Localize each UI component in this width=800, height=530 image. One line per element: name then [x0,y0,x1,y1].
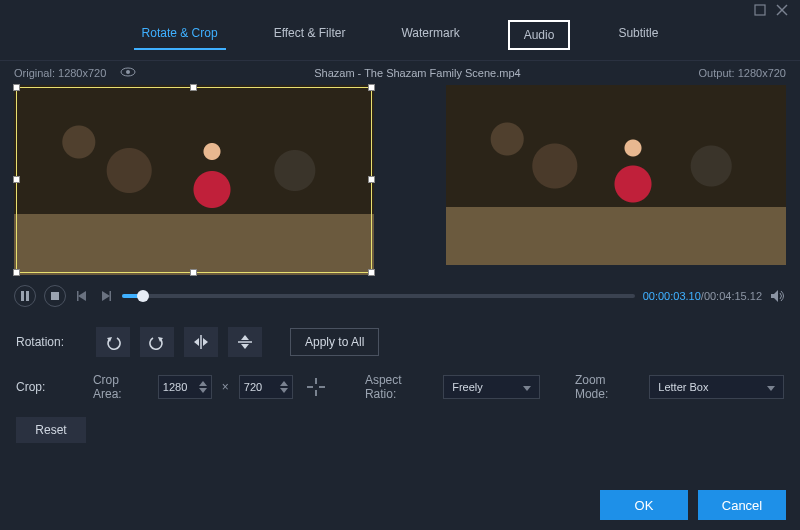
svg-marker-8 [78,291,86,301]
tab-rotate-crop[interactable]: Rotate & Crop [134,24,226,50]
svg-marker-19 [241,335,249,340]
chevron-down-icon [767,381,775,393]
filename-label: Shazam - The Shazam Family Scene.mp4 [136,67,698,79]
svg-marker-17 [203,338,208,346]
crop-height-input[interactable]: 720 [239,375,293,399]
svg-marker-22 [199,388,207,393]
crop-width-value: 1280 [163,381,187,393]
output-dimensions: Output: 1280x720 [699,67,786,79]
svg-marker-24 [280,388,288,393]
timeline-slider[interactable] [122,294,635,298]
close-icon[interactable] [776,4,788,16]
crop-area-label: Crop Area: [93,373,148,401]
height-stepper[interactable] [280,381,288,394]
pause-button[interactable] [14,285,36,307]
tab-bar: Rotate & Crop Effect & Filter Watermark … [0,20,800,61]
tab-effect-filter[interactable]: Effect & Filter [266,24,354,50]
stop-button[interactable] [44,285,66,307]
crop-label: Crop: [16,380,83,394]
svg-rect-7 [51,292,59,300]
next-frame-button[interactable] [98,288,114,304]
svg-rect-9 [77,291,79,301]
svg-marker-20 [241,344,249,349]
svg-rect-0 [755,5,765,15]
tab-audio[interactable]: Audio [508,20,571,50]
svg-rect-6 [26,291,29,301]
width-stepper[interactable] [199,381,207,394]
volume-icon[interactable] [770,288,786,304]
zoom-mode-value: Letter Box [658,381,708,393]
flip-horizontal-button[interactable] [184,327,218,357]
svg-marker-29 [523,386,531,391]
output-preview [446,85,786,265]
total-time: /00:04:15.12 [701,290,762,302]
rotate-right-button[interactable] [140,327,174,357]
tab-watermark[interactable]: Watermark [393,24,467,50]
ok-button[interactable]: OK [600,490,688,520]
svg-marker-16 [194,338,199,346]
crop-height-value: 720 [244,381,262,393]
eye-icon[interactable] [120,67,136,79]
video-frame [14,85,374,275]
maximize-icon[interactable] [754,4,766,16]
current-time: 00:00:03.10 [643,290,701,302]
chevron-down-icon [523,381,531,393]
video-frame [446,85,786,265]
svg-marker-30 [767,386,775,391]
time-display: 00:00:03.10/00:04:15.12 [643,290,762,302]
svg-rect-11 [110,291,112,301]
crop-width-input[interactable]: 1280 [158,375,212,399]
svg-marker-10 [102,291,110,301]
svg-marker-12 [771,290,778,302]
original-preview[interactable] [14,85,374,275]
aspect-ratio-dropdown[interactable]: Freely [443,375,539,399]
aspect-ratio-value: Freely [452,381,483,393]
svg-rect-5 [21,291,24,301]
aspect-ratio-label: Aspect Ratio: [365,373,433,401]
rotate-left-button[interactable] [96,327,130,357]
svg-marker-23 [280,381,288,386]
apply-to-all-button[interactable]: Apply to All [290,328,379,356]
center-crop-button[interactable] [303,373,330,401]
dimension-separator: × [222,380,229,394]
zoom-mode-label: Zoom Mode: [575,373,639,401]
timeline-thumb[interactable] [137,290,149,302]
reset-button[interactable]: Reset [16,417,86,443]
cancel-button[interactable]: Cancel [698,490,786,520]
svg-point-4 [126,70,130,74]
zoom-mode-dropdown[interactable]: Letter Box [649,375,784,399]
rotation-label: Rotation: [16,335,86,349]
original-dimensions: Original: 1280x720 [14,67,106,79]
svg-marker-21 [199,381,207,386]
flip-vertical-button[interactable] [228,327,262,357]
tab-subtitle[interactable]: Subtitle [610,24,666,50]
prev-frame-button[interactable] [74,288,90,304]
